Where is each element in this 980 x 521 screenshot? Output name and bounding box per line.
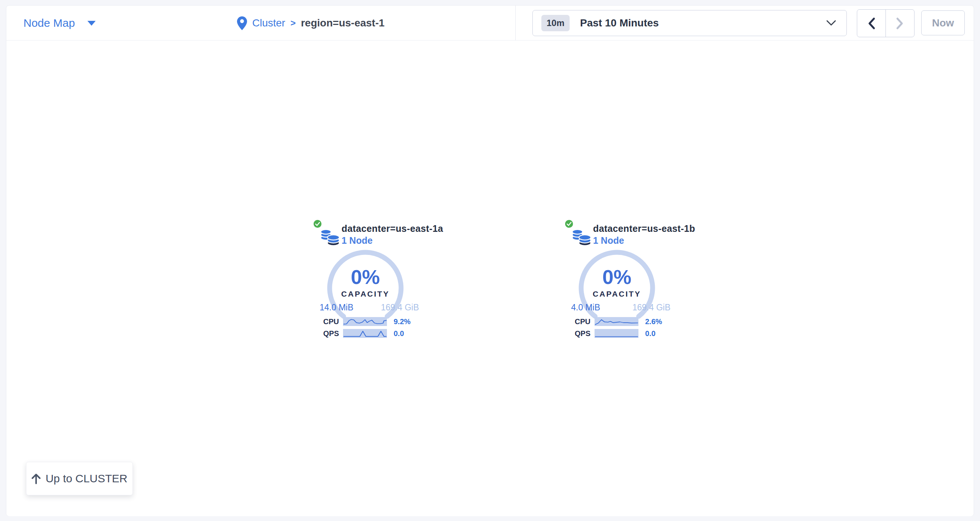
up-to-cluster-label: Up to CLUSTER <box>45 472 127 485</box>
locality-node-count: 1 Node <box>342 235 372 246</box>
cpu-sparkline <box>595 317 638 326</box>
locality-card[interactable]: datacenter=us-east-1a 1 Node 0% CAPACITY… <box>313 218 419 341</box>
database-stack-icon <box>320 226 340 247</box>
up-to-cluster-button[interactable]: Up to CLUSTER <box>26 462 133 496</box>
cpu-label: CPU <box>565 317 590 326</box>
capacity-percent: 0% <box>325 265 406 288</box>
time-next-button[interactable] <box>886 10 915 37</box>
now-button[interactable]: Now <box>921 10 965 35</box>
chevron-left-icon <box>867 17 875 30</box>
capacity-total: 169.4 GiB <box>381 303 419 312</box>
time-prev-button[interactable] <box>857 10 886 37</box>
cpu-label: CPU <box>313 317 339 326</box>
capacity-values-row: 4.0 MiB 169.4 GiB <box>571 303 670 312</box>
chevron-right-icon <box>896 17 904 30</box>
now-button-label: Now <box>932 17 954 29</box>
location-pin-icon <box>237 16 247 30</box>
locality-card[interactable]: datacenter=us-east-1b 1 Node 0% CAPACITY… <box>565 218 670 341</box>
view-selector-label: Node Map <box>24 17 75 29</box>
time-nav-group <box>857 9 915 37</box>
breadcrumb-cluster-link[interactable]: Cluster <box>252 17 285 29</box>
breadcrumb-separator: > <box>291 18 296 28</box>
arrow-up-icon <box>31 473 41 484</box>
view-selector-dropdown[interactable]: Node Map <box>24 6 95 41</box>
capacity-percent: 0% <box>576 265 658 288</box>
capacity-label: CAPACITY <box>576 290 658 298</box>
locality-title: datacenter=us-east-1b <box>593 223 695 234</box>
breadcrumb-current-locality: region=us-east-1 <box>301 17 385 29</box>
cpu-value: 2.6% <box>645 317 662 326</box>
time-range-badge: 10m <box>541 15 570 31</box>
qps-value: 0.0 <box>394 329 404 338</box>
time-range-selector[interactable]: 10m Past 10 Minutes <box>532 10 847 36</box>
qps-metric-row: QPS 0.0 <box>565 329 670 338</box>
chevron-down-icon <box>826 20 836 26</box>
time-range-label: Past 10 Minutes <box>580 17 659 29</box>
database-stack-icon <box>571 226 592 247</box>
capacity-used: 14.0 MiB <box>320 303 353 312</box>
caret-down-icon <box>88 21 95 25</box>
cpu-sparkline <box>343 317 387 326</box>
qps-label: QPS <box>313 329 339 338</box>
capacity-total: 169.4 GiB <box>633 303 670 312</box>
cpu-metric-row: CPU 2.6% <box>565 317 670 327</box>
cpu-value: 9.2% <box>394 317 411 326</box>
qps-sparkline <box>595 329 638 338</box>
node-map-canvas <box>6 41 974 516</box>
main-panel: Node Map Cluster > region=us-east-1 10m … <box>6 5 974 516</box>
capacity-values-row: 14.0 MiB 169.4 GiB <box>320 303 419 312</box>
locality-title: datacenter=us-east-1a <box>342 223 443 234</box>
capacity-used: 4.0 MiB <box>571 303 600 312</box>
qps-sparkline <box>343 329 387 338</box>
locality-node-count: 1 Node <box>593 235 624 246</box>
qps-value: 0.0 <box>645 329 655 338</box>
capacity-label: CAPACITY <box>325 290 406 298</box>
qps-label: QPS <box>565 329 590 338</box>
top-bar: Node Map Cluster > region=us-east-1 10m … <box>6 6 974 41</box>
qps-metric-row: QPS 0.0 <box>313 329 419 338</box>
breadcrumb: Cluster > region=us-east-1 <box>237 6 385 41</box>
cpu-metric-row: CPU 9.2% <box>313 317 419 327</box>
